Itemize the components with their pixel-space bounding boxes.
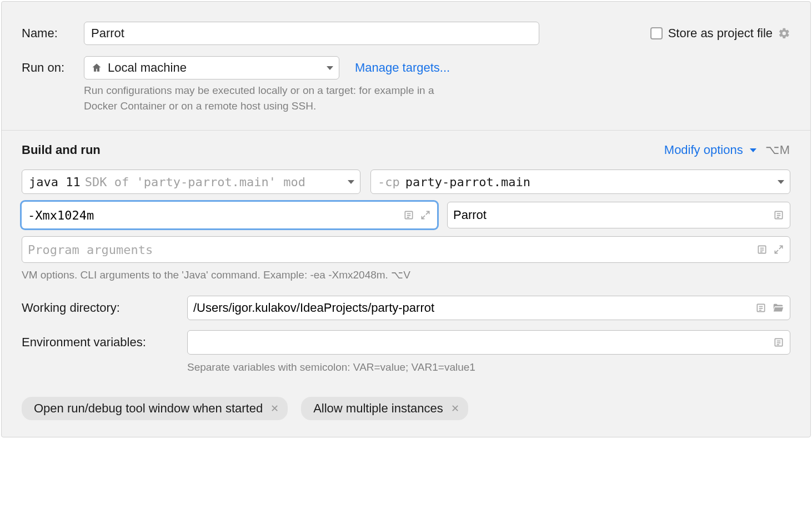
store-as-project-file-wrap: Store as project file bbox=[650, 26, 790, 41]
environment-variables-input[interactable] bbox=[193, 335, 773, 350]
name-input[interactable] bbox=[84, 22, 539, 45]
vm-options-input[interactable] bbox=[28, 202, 403, 228]
chevron-down-icon bbox=[327, 66, 333, 70]
open-tool-window-chip-label: Open run/debug tool window when started bbox=[34, 401, 263, 416]
modify-options-link[interactable]: Modify options bbox=[664, 143, 756, 157]
jdk-detail: SDK of 'party-parrot.main' mod bbox=[85, 175, 305, 189]
build-and-run-header: Build and run Modify options ⌥M bbox=[22, 143, 790, 157]
name-label: Name: bbox=[22, 26, 84, 41]
option-chips-row: Open run/debug tool window when started … bbox=[22, 397, 790, 420]
gear-icon[interactable] bbox=[778, 27, 790, 39]
run-on-label: Run on: bbox=[22, 61, 84, 75]
divider bbox=[2, 130, 810, 131]
jdk-name: java 11 bbox=[29, 175, 81, 189]
run-on-help-text: Run configurations may be executed local… bbox=[84, 83, 439, 113]
insert-macros-icon[interactable] bbox=[755, 302, 766, 313]
environment-variables-row: Environment variables: bbox=[22, 330, 790, 355]
working-directory-input[interactable] bbox=[193, 301, 755, 315]
close-icon[interactable]: ✕ bbox=[270, 402, 279, 415]
expand-icon[interactable] bbox=[773, 244, 784, 255]
close-icon[interactable]: ✕ bbox=[451, 402, 459, 415]
insert-macros-icon[interactable] bbox=[773, 210, 784, 221]
chevron-down-icon bbox=[778, 180, 784, 184]
chevron-down-icon bbox=[750, 148, 756, 152]
insert-macros-icon[interactable] bbox=[756, 244, 768, 255]
modify-options-shortcut: ⌥M bbox=[765, 143, 790, 157]
store-as-project-file-label: Store as project file bbox=[668, 26, 773, 41]
environment-variables-label: Environment variables: bbox=[22, 335, 187, 350]
expand-icon[interactable] bbox=[420, 210, 431, 221]
working-directory-row: Working directory: bbox=[22, 296, 790, 320]
run-on-select[interactable]: Local machine bbox=[84, 56, 339, 79]
insert-macros-icon[interactable] bbox=[403, 210, 414, 221]
run-on-selected-value: Local machine bbox=[108, 61, 187, 75]
working-directory-field[interactable] bbox=[187, 296, 790, 320]
vm-options-hint: VM options. CLI arguments to the 'Java' … bbox=[22, 268, 790, 281]
program-arguments-field[interactable]: Program arguments bbox=[22, 236, 790, 263]
allow-multiple-instances-chip-label: Allow multiple instances bbox=[313, 401, 443, 416]
jdk-classpath-row: java 11 SDK of 'party-parrot.main' mod -… bbox=[22, 170, 790, 194]
name-row: Name: Store as project file bbox=[22, 22, 790, 45]
cp-value: party-parrot.main bbox=[405, 175, 530, 189]
vm-options-field[interactable] bbox=[22, 202, 437, 228]
folder-open-icon[interactable] bbox=[772, 302, 784, 314]
classpath-select[interactable]: -cp party-parrot.main bbox=[370, 170, 790, 194]
allow-multiple-instances-chip[interactable]: Allow multiple instances ✕ bbox=[301, 397, 468, 420]
main-class-input[interactable] bbox=[453, 202, 773, 228]
open-tool-window-chip[interactable]: Open run/debug tool window when started … bbox=[22, 397, 288, 420]
environment-variables-field[interactable] bbox=[187, 330, 790, 355]
main-class-field[interactable] bbox=[447, 202, 790, 228]
jdk-select[interactable]: java 11 SDK of 'party-parrot.main' mod bbox=[22, 170, 360, 194]
build-and-run-title: Build and run bbox=[22, 143, 101, 157]
chevron-down-icon bbox=[348, 180, 354, 184]
run-on-row: Run on: Local machine Manage targets... bbox=[22, 56, 790, 79]
vm-mainclass-row bbox=[22, 202, 790, 228]
insert-macros-icon[interactable] bbox=[773, 337, 784, 348]
modify-options-label: Modify options bbox=[664, 143, 743, 157]
manage-targets-link[interactable]: Manage targets... bbox=[355, 61, 450, 75]
working-directory-label: Working directory: bbox=[22, 301, 187, 315]
run-config-panel: Name: Store as project file Run on: Loca… bbox=[1, 1, 811, 437]
program-arguments-placeholder: Program arguments bbox=[28, 243, 756, 257]
store-as-project-file-checkbox[interactable] bbox=[650, 27, 663, 39]
environment-variables-hint: Separate variables with semicolon: VAR=v… bbox=[187, 361, 790, 373]
cp-prefix: -cp bbox=[378, 175, 400, 189]
home-icon bbox=[91, 62, 102, 73]
